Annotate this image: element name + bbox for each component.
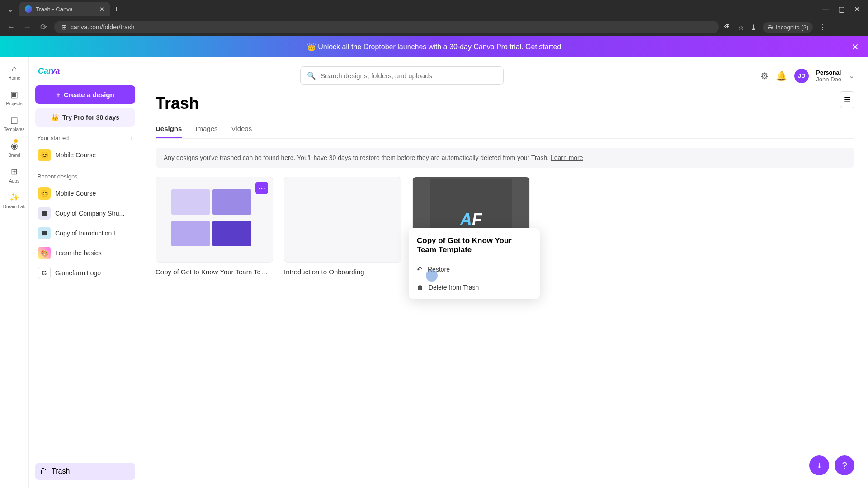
nav-rail: ⌂Home ▣Projects ◫Templates ◉Brand ⊞Apps … [0, 57, 29, 488]
tab-favicon [25, 5, 32, 13]
avatar[interactable]: JD [794, 69, 809, 83]
tab-images[interactable]: Images [195, 120, 217, 138]
close-banner-icon[interactable]: ✕ [851, 42, 859, 52]
tab-videos[interactable]: Videos [231, 120, 252, 138]
trash-icon: 🗑 [40, 467, 47, 475]
delete-menu-item[interactable]: 🗑Delete from Trash [409, 278, 540, 296]
browser-menu-icon[interactable]: ⋮ [819, 23, 826, 32]
rail-projects[interactable]: ▣Projects [6, 89, 22, 106]
profile-dropdown[interactable]: ⌄ [4, 5, 17, 14]
card-title: Introduction to Onboarding [284, 268, 401, 276]
download-icon[interactable]: ⤓ [750, 23, 756, 32]
cursor-indicator [426, 270, 438, 282]
design-thumb-icon: 😊 [38, 187, 51, 200]
incognito-icon: 🕶 [767, 24, 773, 31]
bell-icon[interactable]: 🔔 [776, 70, 787, 81]
crown-icon: 👑 [51, 114, 59, 121]
recent-item[interactable]: 🎨Learn the basics [35, 243, 135, 263]
context-menu: Copy of Get to Know Your Team Template ↶… [409, 228, 540, 299]
folder-icon: ▣ [9, 89, 20, 100]
reload-button[interactable]: ⟳ [38, 22, 49, 32]
delete-icon: 🗑 [417, 284, 423, 291]
address-bar[interactable]: ⊞ canva.com/folder/trash [54, 21, 719, 33]
incognito-badge[interactable]: 🕶 Incognito (2) [763, 22, 813, 33]
starred-item[interactable]: 😊Mobile Course [35, 145, 135, 165]
settings-icon[interactable]: ⚙ [760, 70, 769, 81]
recent-item[interactable]: ▦Copy of Introduction t... [35, 223, 135, 243]
browser-tab[interactable]: Trash - Canva ✕ [19, 2, 110, 16]
recent-item[interactable]: ▦Copy of Company Stru... [35, 203, 135, 223]
banner-cta-link[interactable]: Get started [525, 43, 561, 51]
new-tab-button[interactable]: + [110, 3, 123, 15]
design-thumb-icon: 🎨 [38, 247, 51, 259]
user-menu[interactable]: Personal John Doe [816, 69, 841, 83]
view-toggle-button[interactable]: ☰ [840, 91, 854, 108]
svg-text:va: va [51, 66, 60, 75]
info-bar: Any designs you've trashed can be found … [156, 148, 854, 168]
canva-logo[interactable]: Canva [35, 66, 135, 79]
context-menu-title: Copy of Get to Know Your Team Template [409, 235, 540, 260]
create-design-button[interactable]: +Create a design [35, 85, 135, 104]
minimize-icon[interactable]: — [822, 5, 829, 14]
recent-item[interactable]: 😊Mobile Course [35, 183, 135, 203]
plus-icon: + [56, 91, 60, 99]
search-icon: 🔍 [307, 71, 316, 80]
bookmark-icon[interactable]: ☆ [738, 23, 744, 32]
recent-item[interactable]: GGamefarm Logo [35, 263, 135, 283]
site-info-icon[interactable]: ⊞ [61, 23, 67, 31]
maximize-icon[interactable]: ▢ [838, 5, 845, 14]
page-title: Trash [156, 94, 854, 113]
apps-icon: ⊞ [9, 166, 20, 178]
close-window-icon[interactable]: ✕ [854, 5, 860, 14]
restore-icon: ↶ [417, 266, 422, 273]
rail-home[interactable]: ⌂Home [8, 63, 20, 80]
home-icon: ⌂ [9, 63, 20, 75]
design-thumb-icon: ▦ [38, 207, 51, 220]
trash-card[interactable]: Introduction to Onboarding [284, 177, 401, 276]
sidebar-trash[interactable]: 🗑Trash [35, 463, 135, 480]
tab-title: Trash - Canva [36, 6, 73, 13]
card-title: Copy of Get to Know Your Team Temp... [156, 268, 273, 276]
design-thumb-icon: G [38, 267, 51, 279]
eye-icon[interactable]: 👁 [724, 23, 731, 31]
back-button[interactable]: ← [5, 23, 16, 32]
forward-button[interactable]: → [22, 23, 33, 32]
tab-designs[interactable]: Designs [156, 120, 182, 138]
download-fab[interactable]: ⤓ [809, 455, 829, 475]
learn-more-link[interactable]: Learn more [551, 154, 583, 161]
rail-dreamlab[interactable]: ✨Dream Lab [3, 192, 25, 209]
try-pro-button[interactable]: 👑Try Pro for 30 days [35, 108, 135, 127]
design-thumb-icon: 😊 [38, 149, 51, 161]
add-starred-icon[interactable]: + [130, 135, 133, 141]
promo-banner: 👑 Unlock all the Droptober launches with… [0, 36, 868, 57]
url-text: canva.com/folder/trash [71, 23, 135, 31]
rail-templates[interactable]: ◫Templates [4, 114, 25, 132]
card-more-button[interactable]: ⋯ [255, 182, 268, 194]
rail-brand[interactable]: ◉Brand [8, 140, 20, 158]
chevron-down-icon[interactable]: ⌄ [849, 71, 854, 80]
templates-icon: ◫ [8, 114, 20, 126]
recent-header: Recent designs [37, 173, 78, 180]
design-thumb-icon: ▦ [38, 227, 51, 239]
dreamlab-icon: ✨ [9, 192, 20, 203]
trash-card[interactable]: ⋯ Copy of Get to Know Your Team Temp... [156, 177, 273, 276]
starred-header: Your starred [37, 135, 69, 141]
help-fab[interactable]: ? [835, 455, 854, 475]
search-input[interactable]: 🔍 [300, 66, 504, 85]
sidebar: Canva +Create a design 👑Try Pro for 30 d… [29, 57, 142, 488]
rail-apps[interactable]: ⊞Apps [9, 166, 20, 183]
close-tab-icon[interactable]: ✕ [99, 6, 104, 13]
